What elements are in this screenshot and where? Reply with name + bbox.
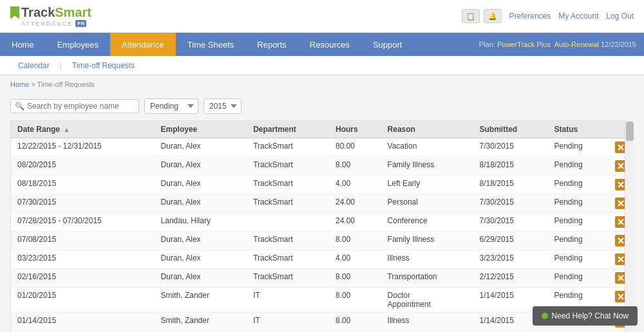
cell-reason: Vacation bbox=[381, 138, 473, 157]
cell-employee: Duran, Alex bbox=[155, 194, 247, 213]
col-date-range: Date Range ▲ bbox=[11, 121, 155, 138]
logo-smart: Smart bbox=[55, 5, 91, 20]
cell-reason: Personal bbox=[381, 194, 473, 213]
cell-reason: Illness bbox=[381, 313, 473, 331]
cell-date-range: 07/30/2015 bbox=[11, 194, 155, 213]
cell-status: Pending bbox=[548, 194, 609, 213]
cell-employee: Duran, Alex bbox=[155, 157, 247, 176]
status-filter[interactable]: Pending Approved Denied bbox=[144, 98, 198, 114]
preferences-link[interactable]: Preferences bbox=[509, 12, 551, 21]
cell-hours: 8.00 bbox=[329, 157, 381, 176]
cell-date-range: 08/20/2015 bbox=[11, 157, 155, 176]
table-row: 07/30/2015 Duran, Alex TrackSmart 24.00 … bbox=[11, 194, 634, 213]
logo-badge: PR bbox=[75, 20, 86, 27]
search-box[interactable]: 🔍 bbox=[10, 99, 139, 113]
cell-status: Pending bbox=[548, 250, 609, 269]
cell-department: TrackSmart bbox=[247, 232, 329, 250]
cell-date-range: 01/14/2015 bbox=[11, 313, 155, 331]
cell-date-range: 03/23/2015 bbox=[11, 250, 155, 269]
log-out-link[interactable]: Log Out bbox=[606, 12, 634, 21]
cell-employee: Smith, Zander bbox=[155, 313, 247, 331]
nav-support[interactable]: Support bbox=[361, 33, 414, 56]
search-input[interactable] bbox=[27, 102, 135, 111]
cancel-icon bbox=[618, 237, 624, 244]
breadcrumb-separator: > bbox=[31, 80, 35, 88]
scroll-track[interactable] bbox=[625, 120, 634, 332]
nav-employees[interactable]: Employees bbox=[46, 33, 110, 56]
table-row: 07/28/2015 - 07/30/2015 Landau, Hilary 2… bbox=[11, 213, 634, 232]
col-submitted: Submitted bbox=[473, 121, 548, 138]
breadcrumb-current: Time-off Requests bbox=[37, 80, 95, 88]
cell-hours: 4.00 bbox=[329, 176, 381, 194]
cell-submitted: 8/18/2015 bbox=[473, 176, 548, 194]
cancel-icon bbox=[618, 144, 624, 151]
timeoff-table: Date Range ▲ Employee Department Hours R… bbox=[10, 120, 634, 332]
table-row: 03/23/2015 Duran, Alex TrackSmart 4.00 I… bbox=[11, 250, 634, 269]
cell-date-range: 07/08/2015 bbox=[11, 232, 155, 250]
cell-submitted: 8/18/2015 bbox=[473, 157, 548, 176]
cell-employee: Duran, Alex bbox=[155, 176, 247, 194]
chat-button[interactable]: Need Help? Chat Now bbox=[533, 306, 638, 326]
cell-submitted: 2/12/2015 bbox=[473, 269, 548, 288]
cell-employee: Smith, Zander bbox=[155, 288, 247, 313]
calendar-icon[interactable]: 🔔 bbox=[484, 9, 502, 23]
cell-status: Pending bbox=[548, 157, 609, 176]
nav-resources[interactable]: Resources bbox=[298, 33, 361, 56]
cell-date-range: 02/16/2015 bbox=[11, 269, 155, 288]
plan-link[interactable]: PowerTrack Plus bbox=[497, 41, 551, 48]
cancel-icon bbox=[618, 256, 624, 263]
cancel-icon bbox=[618, 293, 624, 300]
autorenewal-link[interactable]: Auto-Renewal bbox=[554, 41, 599, 48]
cell-hours: 8.00 bbox=[329, 313, 381, 331]
chat-online-indicator bbox=[542, 313, 548, 319]
subnav-timeoff[interactable]: Time-off Requests bbox=[64, 56, 142, 75]
subnav-separator: | bbox=[60, 61, 62, 70]
cell-reason: Transportation bbox=[381, 269, 473, 288]
cell-date-range: 07/28/2015 - 07/30/2015 bbox=[11, 213, 155, 232]
cell-hours: 80.00 bbox=[329, 138, 381, 157]
plan-info: Plan: PowerTrack Plus Auto-Renewal 12/22… bbox=[479, 33, 644, 56]
nav-attendance[interactable]: Attendance bbox=[110, 33, 176, 56]
col-department: Department bbox=[247, 121, 329, 138]
year-filter[interactable]: 2015 2014 2013 bbox=[204, 98, 242, 114]
cell-submitted: 7/30/2015 bbox=[473, 213, 548, 232]
my-account-link[interactable]: My Account bbox=[558, 12, 598, 21]
cell-reason: Family Illness bbox=[381, 157, 473, 176]
table-row: 07/08/2015 Duran, Alex TrackSmart 8.00 F… bbox=[11, 232, 634, 250]
attendance-label: ATTENDANCE bbox=[21, 21, 73, 27]
cell-date-range: 01/20/2015 bbox=[11, 288, 155, 313]
breadcrumb-home[interactable]: Home bbox=[10, 80, 29, 88]
main-content: 🔍 Pending Approved Denied 2015 2014 2013… bbox=[0, 93, 644, 332]
logo-track: Track bbox=[21, 5, 55, 20]
cell-employee: Duran, Alex bbox=[155, 138, 247, 157]
nav-home[interactable]: Home bbox=[0, 33, 46, 56]
cell-department: TrackSmart bbox=[247, 269, 329, 288]
scroll-thumb[interactable] bbox=[626, 122, 634, 141]
nav-reports[interactable]: Reports bbox=[245, 33, 298, 56]
col-employee: Employee bbox=[155, 121, 247, 138]
cell-employee: Duran, Alex bbox=[155, 232, 247, 250]
subnav-calendar[interactable]: Calendar bbox=[10, 56, 57, 75]
logo-icon bbox=[10, 6, 19, 19]
cell-date-range: 12/22/2015 - 12/31/2015 bbox=[11, 138, 155, 157]
cell-reason: Illness bbox=[381, 250, 473, 269]
cell-status: Pending bbox=[548, 232, 609, 250]
cell-reason: Family Illness bbox=[381, 232, 473, 250]
cell-status: Pending bbox=[548, 269, 609, 288]
cell-hours: 24.00 bbox=[329, 194, 381, 213]
bell-icon[interactable]: 📋 bbox=[462, 9, 480, 23]
cell-department: TrackSmart bbox=[247, 194, 329, 213]
cell-department: IT bbox=[247, 288, 329, 313]
cell-hours: 8.00 bbox=[329, 269, 381, 288]
sort-icon[interactable]: ▲ bbox=[63, 126, 70, 133]
cell-reason: Conference bbox=[381, 213, 473, 232]
table-row: 12/22/2015 - 12/31/2015 Duran, Alex Trac… bbox=[11, 138, 634, 157]
nav-timesheets[interactable]: Time Sheets bbox=[176, 33, 246, 56]
cell-department: TrackSmart bbox=[247, 138, 329, 157]
cell-hours: 8.00 bbox=[329, 288, 381, 313]
cell-status: Pending bbox=[548, 176, 609, 194]
cell-employee: Landau, Hilary bbox=[155, 213, 247, 232]
table-row: 08/18/2015 Duran, Alex TrackSmart 4.00 L… bbox=[11, 176, 634, 194]
cell-hours: 4.00 bbox=[329, 250, 381, 269]
top-right-links: 📋 🔔 Preferences My Account Log Out bbox=[462, 9, 634, 23]
